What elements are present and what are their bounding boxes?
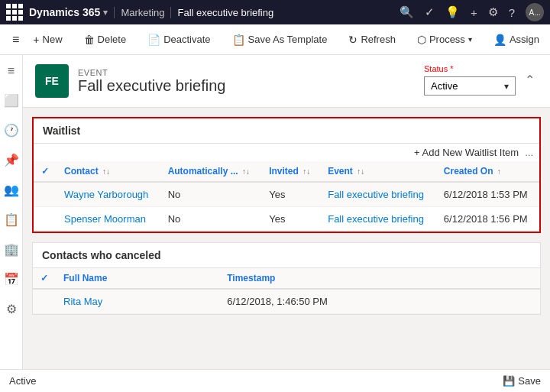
contact-cell: Spenser Moorman xyxy=(57,207,160,232)
record-header-left: FE EVENT Fall executive briefing xyxy=(35,64,225,98)
sidebar-leads-icon[interactable]: 📋 xyxy=(1,209,22,230)
new-button[interactable]: + New xyxy=(27,31,68,49)
template-icon: 📋 xyxy=(232,34,245,46)
save-as-template-button[interactable]: 📋 Save As Template xyxy=(226,31,334,49)
waitlist-row: Spenser Moorman No Yes Fall executive br… xyxy=(34,207,539,232)
sidebar-home-icon[interactable]: ⬜ xyxy=(1,90,22,111)
save-label: Save xyxy=(518,375,541,387)
assign-button[interactable]: 👤 Assign xyxy=(487,31,545,49)
auto-cell: No xyxy=(160,182,262,207)
record-header-right: Status * Active ▾ ⌃ xyxy=(424,64,538,96)
checkmark-icon[interactable]: ✓ xyxy=(425,5,435,19)
required-indicator: * xyxy=(450,64,453,73)
plus-icon[interactable]: + xyxy=(471,6,477,19)
sidebar-settings-icon[interactable]: ⚙ xyxy=(3,299,20,319)
created-on-cell: 6/12/2018 1:53 PM xyxy=(436,182,539,207)
waitlist-toolbar: + Add New Waitlist Item ... xyxy=(34,144,539,161)
contact-link[interactable]: Wayne Yarborough xyxy=(64,189,148,200)
timestamp-cell: 6/12/2018, 1:46:50 PM xyxy=(219,289,540,314)
canceled-title: Contacts who canceled xyxy=(33,243,540,268)
sidebar-accounts-icon[interactable]: 🏢 xyxy=(1,239,22,260)
full-name-cell: Rita May xyxy=(56,289,219,314)
sidebar-hamburger[interactable]: ≡ xyxy=(5,61,18,81)
row-checkbox[interactable] xyxy=(34,207,57,232)
waitlist-table: ✓ Contact ↑↓ Automatically ... ↑↓ Invite… xyxy=(34,161,539,232)
app-name[interactable]: Dynamics 365 ▾ xyxy=(29,6,108,18)
canceled-row: Rita May 6/12/2018, 1:46:50 PM xyxy=(33,289,540,314)
nav-icons: 🔍 ✓ 💡 + ⚙ ? A... xyxy=(400,3,544,21)
created-on-col-header[interactable]: Created On ↑ xyxy=(436,161,539,182)
event-sort-icon: ↑↓ xyxy=(357,167,364,176)
sidebar-recent-icon[interactable]: 🕐 xyxy=(1,120,22,141)
canceled-select-all[interactable]: ✓ xyxy=(33,268,56,289)
refresh-icon: ↻ xyxy=(348,34,358,46)
help-icon[interactable]: ? xyxy=(509,6,515,19)
new-icon: + xyxy=(33,34,39,46)
sidebar: ≡ ⬜ 🕐 📌 👥 📋 🏢 📅 ⚙ xyxy=(0,55,23,369)
full-name-col-header[interactable]: Full Name xyxy=(56,268,219,289)
record-title-nav: Fall executive briefing xyxy=(177,7,393,18)
add-new-waitlist-button[interactable]: + Add New Waitlist Item xyxy=(414,147,519,158)
process-icon: ⬡ xyxy=(417,34,426,46)
process-button[interactable]: ⬡ Process ▾ xyxy=(411,31,478,49)
trash-icon: 🗑 xyxy=(84,34,95,46)
app-launcher-icon[interactable] xyxy=(6,4,23,21)
contact-cell: Wayne Yarborough xyxy=(57,182,160,207)
contact-col-header[interactable]: Contact ↑↓ xyxy=(57,161,160,182)
assign-icon: 👤 xyxy=(493,34,506,46)
canceled-section: Contacts who canceled ✓ Full Name Timest… xyxy=(32,242,541,315)
waitlist-more-button[interactable]: ... xyxy=(525,147,533,158)
full-name-link[interactable]: Rita May xyxy=(63,296,102,307)
avatar-text: A... xyxy=(529,8,540,17)
search-icon[interactable]: 🔍 xyxy=(400,5,414,19)
process-chevron: ▾ xyxy=(468,35,472,44)
canceled-checkbox[interactable] xyxy=(33,289,56,314)
save-icon: 💾 xyxy=(503,375,515,387)
auto-cell: No xyxy=(160,207,262,232)
row-checkbox[interactable] xyxy=(34,182,57,207)
event-col-header[interactable]: Event ↑↓ xyxy=(320,161,436,182)
status-value: Active xyxy=(431,80,458,92)
canceled-table: ✓ Full Name Timestamp Rita May 6/12/2018… xyxy=(33,268,540,314)
app-chevron: ▾ xyxy=(103,8,108,18)
lightbulb-icon[interactable]: 💡 xyxy=(445,5,460,19)
created-on-cell: 6/12/2018 1:56 PM xyxy=(436,207,539,232)
hamburger-icon[interactable]: ≡ xyxy=(6,30,25,50)
save-button[interactable]: 💾 Save xyxy=(503,375,541,387)
main-content: FE EVENT Fall executive briefing Status … xyxy=(23,55,550,369)
record-header: FE EVENT Fall executive briefing Status … xyxy=(23,55,550,108)
canceled-header-row: ✓ Full Name Timestamp xyxy=(33,268,540,289)
waitlist-title: Waitlist xyxy=(34,118,539,144)
delete-button[interactable]: 🗑 Delete xyxy=(78,31,133,49)
user-avatar[interactable]: A... xyxy=(526,3,544,21)
event-cell: Fall executive briefing xyxy=(320,207,436,232)
record-avatar: FE xyxy=(35,64,69,98)
app-name-label: Dynamics 365 xyxy=(29,6,100,18)
status-section: Status * Active ▾ xyxy=(424,64,516,96)
event-cell: Fall executive briefing xyxy=(320,182,436,207)
status-bar-text: Active xyxy=(9,375,36,387)
auto-col-header[interactable]: Automatically ... ↑↓ xyxy=(160,161,262,182)
contact-link[interactable]: Spenser Moorman xyxy=(64,213,146,225)
record-type: EVENT xyxy=(78,68,225,77)
invited-col-header[interactable]: Invited ↑↓ xyxy=(261,161,320,182)
waitlist-subgrid: Waitlist + Add New Waitlist Item ... ✓ C… xyxy=(32,117,541,233)
auto-sort-icon: ↑↓ xyxy=(242,167,250,176)
sidebar-pinned-icon[interactable]: 📌 xyxy=(1,150,22,170)
settings-icon[interactable]: ⚙ xyxy=(488,5,498,19)
invited-cell: Yes xyxy=(261,207,320,232)
deactivate-icon: 📄 xyxy=(147,34,160,46)
module-name[interactable]: Marketing xyxy=(114,7,171,18)
sidebar-contacts-icon[interactable]: 👥 xyxy=(1,180,22,200)
created-on-sort-icon: ↑ xyxy=(497,167,501,176)
deactivate-button[interactable]: 📄 Deactivate xyxy=(141,31,216,49)
refresh-button[interactable]: ↻ Refresh xyxy=(342,31,402,49)
sidebar-activities-icon[interactable]: 📅 xyxy=(1,269,22,290)
timestamp-col-header[interactable]: Timestamp xyxy=(219,268,540,289)
waitlist-header-row: ✓ Contact ↑↓ Automatically ... ↑↓ Invite… xyxy=(34,161,539,182)
status-dropdown[interactable]: Active ▾ xyxy=(424,76,516,96)
event-link[interactable]: Fall executive briefing xyxy=(328,213,424,225)
expand-icon[interactable]: ⌃ xyxy=(522,70,538,90)
event-link[interactable]: Fall executive briefing xyxy=(328,189,424,200)
select-all-checkbox[interactable]: ✓ xyxy=(34,161,57,182)
